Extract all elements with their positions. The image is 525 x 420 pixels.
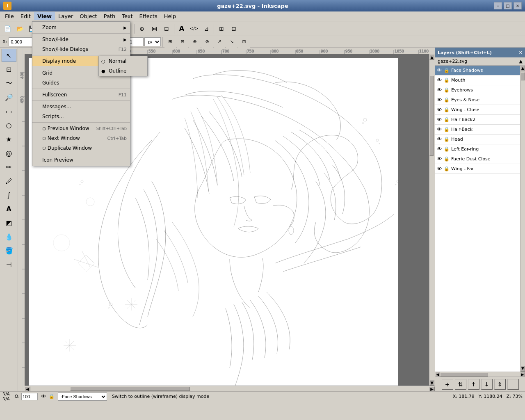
tweak-tool[interactable]: 〜 xyxy=(2,77,16,90)
x-field[interactable] xyxy=(9,37,33,46)
layers-scroll-down-btn[interactable]: ▼ xyxy=(520,366,525,372)
layer-visibility-7[interactable]: 👁 xyxy=(437,136,442,142)
transform-button[interactable]: ⊿ xyxy=(201,23,212,34)
layer-row[interactable]: 👁 🔒 Wing - Far xyxy=(435,164,520,174)
layer-row[interactable]: 👁 🔒 Wing - Close xyxy=(435,105,520,115)
layer-lock-2[interactable]: 🔒 xyxy=(444,87,450,93)
display-outline[interactable]: ● Outline xyxy=(99,66,147,76)
layer-down-button[interactable]: ↓ xyxy=(481,379,493,390)
menu-fullscreen[interactable]: FullscreenF11 xyxy=(32,90,130,100)
menu-zoom[interactable]: Zoom▶ xyxy=(32,23,130,32)
layer-lock-4[interactable]: 🔒 xyxy=(444,107,450,112)
align-button[interactable]: ⊞ xyxy=(216,23,227,34)
layer-visibility-2[interactable]: 👁 xyxy=(437,87,442,93)
layers-close-button[interactable]: ✕ xyxy=(519,50,523,55)
xml-button[interactable]: </> xyxy=(188,23,200,34)
layers-hscroll-track[interactable] xyxy=(440,372,520,377)
add-layer-button[interactable]: + xyxy=(442,379,453,390)
layer-lock-7[interactable]: 🔒 xyxy=(444,137,450,142)
layer-lock-6[interactable]: 🔒 xyxy=(444,127,450,132)
snap-guide-button[interactable]: ⊗ xyxy=(201,36,213,48)
snap-nodes-button[interactable]: ⊞ xyxy=(164,36,176,48)
layers-horizontal-scrollbar[interactable]: ◀ ▶ xyxy=(435,372,525,377)
layer-lock-5[interactable]: 🔒 xyxy=(444,117,450,122)
snap3-button[interactable]: ⊟ xyxy=(161,23,172,34)
layers-scroll-track[interactable] xyxy=(520,71,525,366)
transform3-button[interactable]: ↘ xyxy=(226,36,237,48)
menu-messages[interactable]: Messages... xyxy=(32,102,130,112)
hscroll-track[interactable] xyxy=(30,387,429,391)
pen-tool[interactable]: 🖊 xyxy=(2,174,16,187)
scroll-up-button[interactable]: ▲ xyxy=(429,54,434,60)
snap-grid-button[interactable]: ⊕ xyxy=(189,36,201,48)
layer-row[interactable]: 👁 🔒 Faerie Dust Close xyxy=(435,154,520,164)
menu-layer[interactable]: Layer xyxy=(55,12,76,20)
transform4-button[interactable]: ⊡ xyxy=(238,36,250,48)
menu-scripts[interactable]: Scripts... xyxy=(32,112,130,121)
pencil-tool[interactable]: ✏ xyxy=(2,160,16,173)
layer-row[interactable]: 👁 🔒 Eyebrows xyxy=(435,85,520,95)
layers-scrollbar[interactable]: ▲ ▼ xyxy=(520,66,525,372)
menu-help[interactable]: Help xyxy=(161,12,180,20)
layer-up-button[interactable]: ↑ xyxy=(468,379,479,390)
node-tool[interactable]: ⊡ xyxy=(2,63,16,76)
paint-bucket-tool[interactable]: 🪣 xyxy=(2,244,16,257)
vertical-scrollbar[interactable]: ▲ ▼ xyxy=(429,54,435,386)
layer-visibility-1[interactable]: 👁 xyxy=(437,77,442,83)
connector-tool[interactable]: ⊣ xyxy=(2,258,16,271)
menu-text[interactable]: Text xyxy=(119,12,136,20)
opacity-input[interactable] xyxy=(21,393,38,400)
open-button[interactable]: 📂 xyxy=(14,23,25,34)
scroll-right-button[interactable]: ▶ xyxy=(429,386,435,391)
rect-tool[interactable]: ▭ xyxy=(2,105,16,118)
layer-selector[interactable]: ·Face Shadows Mouth Eyebrows Eyes & Nose… xyxy=(58,393,107,401)
layer-visibility-10[interactable]: 👁 xyxy=(437,166,442,172)
close-button[interactable]: ✕ xyxy=(514,2,522,9)
menu-path[interactable]: Path xyxy=(100,12,119,20)
vscroll-track[interactable] xyxy=(429,60,434,380)
menu-next-window[interactable]: ⬡ Next Window Ctrl+Tab xyxy=(32,133,130,143)
menu-view[interactable]: View xyxy=(34,12,55,20)
move-layer-to-button[interactable]: ⇅ xyxy=(455,379,466,390)
menu-previous-window[interactable]: ⬡ Previous Window Shift+Ctrl+Tab xyxy=(32,123,130,133)
layers-hscroll-thumb[interactable] xyxy=(440,372,488,377)
layer-lock-1[interactable]: 🔒 xyxy=(444,78,450,83)
layer-row[interactable]: 👁 🔒 Hair-Back xyxy=(435,125,520,135)
layer-visibility-3[interactable]: 👁 xyxy=(437,97,442,103)
layer-visibility-8[interactable]: 👁 xyxy=(437,146,442,152)
layer-row[interactable]: 👁 🔒 Eyes & Nose xyxy=(435,95,520,105)
menu-file[interactable]: File xyxy=(2,12,17,20)
menu-effects[interactable]: Effects xyxy=(136,12,161,20)
menu-show-hide-dialogs[interactable]: Show/Hide DialogsF12 xyxy=(32,44,130,54)
menu-duplicate-window[interactable]: ⬡ Duplicate Window xyxy=(32,143,130,153)
scroll-down-button[interactable]: ▼ xyxy=(429,380,434,386)
layer-visibility-4[interactable]: 👁 xyxy=(437,107,442,113)
layer-row[interactable]: 👁 🔒 Face Shadows xyxy=(435,66,520,75)
layer-lock-0[interactable]: 🔒 xyxy=(444,68,450,73)
select-tool[interactable]: ↖ xyxy=(2,49,16,62)
align2-button[interactable]: ⊟ xyxy=(228,23,240,34)
text-button[interactable]: A xyxy=(176,23,187,34)
menu-show-hide[interactable]: Show/Hide▶ xyxy=(32,34,130,44)
transform2-button[interactable]: ↗ xyxy=(214,36,225,48)
layer-visibility-9[interactable]: 👁 xyxy=(437,156,442,162)
snap2-button[interactable]: ⋈ xyxy=(148,23,160,34)
layer-row[interactable]: 👁 🔒 Left Ear-ring xyxy=(435,144,520,154)
menu-guides[interactable]: Guides xyxy=(32,78,130,88)
layer-row[interactable]: 👁 🔒 Mouth xyxy=(435,75,520,85)
delete-layer-button[interactable]: – xyxy=(507,379,519,390)
zoom-tool[interactable]: 🔎 xyxy=(2,91,16,104)
horizontal-scrollbar[interactable]: ◀ ▶ xyxy=(25,386,435,391)
menu-object[interactable]: Object xyxy=(76,12,100,20)
ellipse-tool[interactable]: ○ xyxy=(2,119,16,132)
snap-bbox-button[interactable]: ⊟ xyxy=(177,36,188,48)
minimize-button[interactable]: – xyxy=(494,2,502,9)
layer-lock-9[interactable]: 🔒 xyxy=(444,156,450,162)
layer-duplicate-button[interactable]: ⇕ xyxy=(494,379,506,390)
calligraphy-tool[interactable]: ∫ xyxy=(2,188,16,201)
layer-visibility-0[interactable]: 👁 xyxy=(437,67,442,73)
hscroll-thumb[interactable] xyxy=(70,387,190,391)
layer-lock-8[interactable]: 🔒 xyxy=(444,146,450,152)
scroll-left-button[interactable]: ◀ xyxy=(25,386,30,391)
layer-visibility-6[interactable]: 👁 xyxy=(437,126,442,132)
